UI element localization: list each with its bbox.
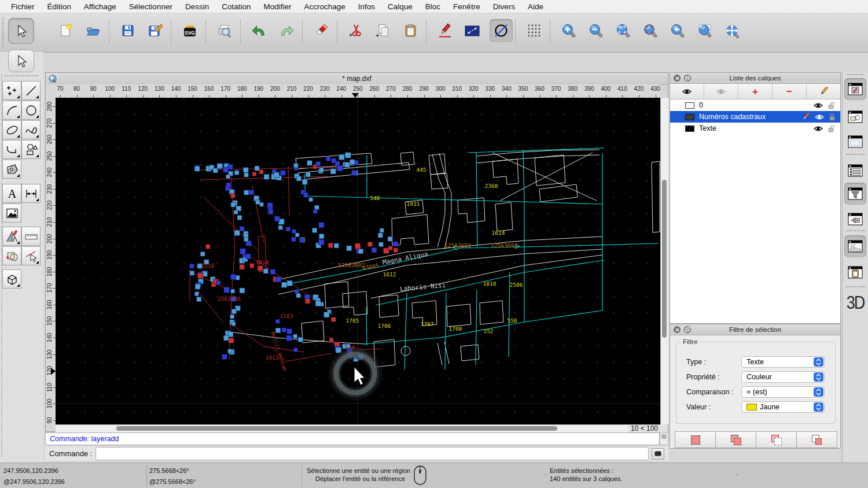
layer-lock-icon[interactable] bbox=[829, 113, 836, 121]
measure-tool-button[interactable] bbox=[21, 227, 41, 246]
horizontal-scrollbar-thumb[interactable] bbox=[116, 426, 557, 431]
drawing-window-titlebar[interactable]: * map.dxf bbox=[46, 73, 668, 85]
show-all-layers-button[interactable] bbox=[670, 84, 704, 99]
menu-selectionner[interactable]: Sélectionner bbox=[123, 0, 179, 13]
edit-layer-button[interactable] bbox=[807, 84, 840, 99]
cut-button[interactable]: + bbox=[346, 21, 366, 40]
menu-modifier[interactable]: Modifier bbox=[257, 0, 297, 13]
dropdown-stepper-icon[interactable] bbox=[814, 357, 823, 367]
vertical-scrollbar[interactable] bbox=[660, 98, 668, 424]
layer-lock-icon[interactable] bbox=[827, 124, 836, 132]
draw-pencil-button[interactable] bbox=[435, 21, 455, 40]
library-browser-panel-toggle[interactable] bbox=[844, 131, 866, 153]
grid-toggle-button[interactable] bbox=[524, 21, 544, 40]
zoom-window-button[interactable] bbox=[695, 21, 715, 40]
menu-infos[interactable]: Infos bbox=[352, 0, 381, 13]
remove-layer-button[interactable]: − bbox=[773, 84, 807, 99]
drawing-canvas[interactable]: 4452360548193116145256369352563694525636… bbox=[56, 98, 660, 424]
save-button[interactable] bbox=[118, 21, 138, 40]
command-options-button[interactable] bbox=[652, 448, 664, 460]
close-icon[interactable] bbox=[674, 75, 681, 82]
menu-edition[interactable]: Édition bbox=[41, 0, 78, 13]
image-tool-button[interactable] bbox=[2, 204, 21, 223]
zoom-selection-button[interactable] bbox=[641, 21, 660, 40]
block-list-panel-toggle[interactable] bbox=[844, 160, 866, 182]
drafting-tool-button[interactable] bbox=[2, 227, 21, 246]
polyline-tool-button[interactable] bbox=[2, 140, 21, 159]
toolbar-drag-handle[interactable] bbox=[2, 18, 5, 47]
viewport-3d-tool-button[interactable] bbox=[2, 269, 21, 289]
dimension-tool-button[interactable] bbox=[21, 184, 41, 203]
save-as-button[interactable] bbox=[145, 21, 165, 40]
print-preview-button[interactable] bbox=[215, 21, 234, 40]
notification-panel-toggle[interactable] bbox=[844, 208, 866, 230]
erase-button[interactable] bbox=[311, 21, 331, 40]
menu-aide[interactable]: Aide bbox=[521, 0, 550, 13]
zoom-auto-button[interactable] bbox=[613, 21, 633, 40]
dropdown-stepper-icon[interactable] bbox=[814, 402, 823, 412]
filter-add-to-selection-button[interactable] bbox=[715, 431, 756, 448]
property-editor-panel-toggle[interactable] bbox=[844, 78, 866, 100]
line-tool-button[interactable] bbox=[21, 81, 41, 100]
filter-intersect-selection-button[interactable] bbox=[796, 431, 837, 448]
close-icon[interactable] bbox=[674, 326, 681, 333]
add-layer-button[interactable]: + bbox=[738, 84, 773, 99]
menu-fenetre[interactable]: Fenêtre bbox=[447, 0, 487, 13]
menu-bloc[interactable]: Bloc bbox=[419, 0, 447, 13]
detach-icon[interactable] bbox=[684, 75, 691, 82]
command-history-scrollbar-thumb[interactable] bbox=[661, 434, 667, 439]
redo-button[interactable] bbox=[277, 21, 296, 40]
layer-visibility-icon[interactable] bbox=[814, 102, 823, 109]
menu-fichier[interactable]: Fichier bbox=[5, 0, 41, 13]
dropdown-stepper-icon[interactable] bbox=[814, 387, 823, 397]
layer-visibility-icon[interactable] bbox=[815, 114, 824, 120]
clipboard-panel-toggle[interactable] bbox=[844, 261, 866, 283]
detach-icon[interactable] bbox=[684, 326, 691, 333]
selection-pointer-button[interactable] bbox=[8, 18, 34, 44]
menu-accrochage[interactable]: Accrochage bbox=[297, 0, 351, 13]
modification-panel-toggle[interactable] bbox=[844, 106, 866, 128]
filter-panel-titlebar[interactable]: Filtre de sélection bbox=[670, 324, 840, 335]
paste-button[interactable] bbox=[400, 21, 420, 40]
zoom-previous-button[interactable] bbox=[668, 21, 687, 40]
filter-dropdown-1[interactable]: Couleur bbox=[741, 371, 825, 383]
strip-drag-handle[interactable] bbox=[847, 74, 863, 77]
filter-dropdown-2[interactable]: = (est) bbox=[741, 386, 825, 398]
points-tool-button[interactable] bbox=[2, 81, 21, 100]
layer-lock-icon[interactable] bbox=[827, 101, 836, 109]
filter-dropdown-3[interactable]: Jaune bbox=[741, 401, 825, 413]
hatch-tool-button[interactable] bbox=[2, 160, 21, 179]
palette-drag-handle[interactable] bbox=[5, 75, 38, 78]
menu-affichage[interactable]: Affichage bbox=[78, 0, 123, 13]
menu-divers[interactable]: Divers bbox=[487, 0, 521, 13]
selection-filter-panel-toggle[interactable] bbox=[844, 183, 866, 205]
command-line-panel-toggle[interactable] bbox=[844, 235, 866, 257]
dropdown-stepper-icon[interactable] bbox=[814, 372, 823, 382]
spline-tool-button[interactable] bbox=[21, 120, 41, 139]
svg-export-button[interactable]: SVG bbox=[180, 21, 200, 40]
view-3d-toggle[interactable]: 3D bbox=[844, 292, 866, 314]
command-history-scrollbar[interactable] bbox=[660, 432, 668, 445]
back-to-selection-button[interactable] bbox=[8, 50, 34, 72]
menu-dessin[interactable]: Dessin bbox=[179, 0, 215, 13]
new-document-button[interactable] bbox=[56, 21, 76, 40]
layer-panel-titlebar[interactable]: Liste des calques bbox=[670, 73, 840, 84]
filter-remove-from-selection-button[interactable] bbox=[756, 431, 797, 448]
open-file-button[interactable] bbox=[83, 21, 103, 40]
vertical-scrollbar-thumb[interactable] bbox=[662, 180, 667, 338]
layer-row-1[interactable]: Numéros cadastraux bbox=[670, 111, 840, 123]
text-tool-button[interactable]: A bbox=[2, 184, 21, 203]
layer-visibility-icon[interactable] bbox=[814, 125, 823, 132]
select-tool-button[interactable] bbox=[21, 246, 41, 265]
menu-cotation[interactable]: Cotation bbox=[215, 0, 257, 13]
command-input[interactable] bbox=[95, 447, 649, 460]
horizontal-scrollbar[interactable] bbox=[56, 424, 628, 432]
ellipse-tool-button[interactable] bbox=[2, 120, 21, 139]
undo-button[interactable] bbox=[249, 21, 269, 40]
zoom-in-button[interactable] bbox=[559, 21, 579, 40]
modify-tool-button[interactable] bbox=[2, 246, 21, 265]
copy-button[interactable]: + bbox=[373, 21, 393, 40]
zoom-pan-button[interactable] bbox=[722, 21, 742, 40]
menu-calque[interactable]: Calque bbox=[381, 0, 419, 13]
arc-tool-button[interactable] bbox=[2, 101, 21, 120]
